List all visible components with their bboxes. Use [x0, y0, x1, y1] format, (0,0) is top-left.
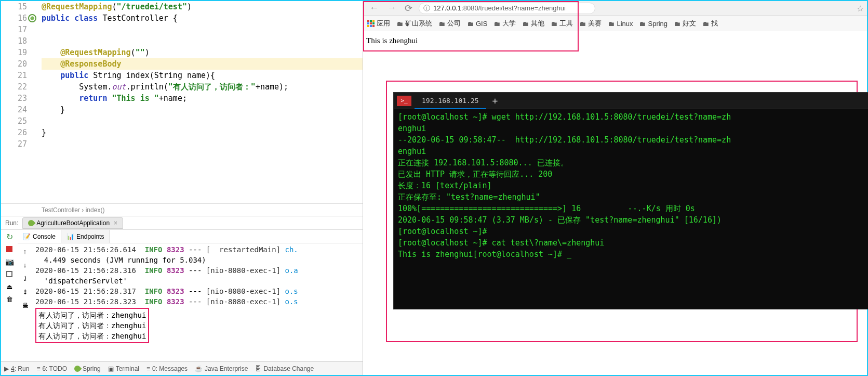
todo-tool[interactable]: ≡ 6: TODO	[36, 365, 67, 372]
bottom-toolbar: ▶ 4: Run ≡ 6: TODO Spring ▣ Terminal ≡ 0…	[1, 361, 363, 375]
bookmark-folder[interactable]: 🖿找	[702, 19, 718, 28]
run-tool[interactable]: ▶ 4: Run	[4, 365, 29, 372]
folder-icon: 🖿	[551, 20, 557, 28]
bookmark-folder[interactable]: 🖿Linux	[608, 20, 633, 28]
gutter-line: 25	[1, 115, 27, 127]
messages-tool[interactable]: ≡ 0: Messages	[146, 365, 188, 372]
gutter-line: 24	[1, 104, 27, 115]
apps-link[interactable]: 应用	[367, 19, 390, 28]
new-tab-icon[interactable]: +	[486, 95, 504, 106]
gutter-line: 19	[1, 47, 27, 58]
gutter-line: 20	[1, 58, 27, 70]
down-icon[interactable]: ↓	[20, 260, 30, 269]
bookmark-folder[interactable]: 🖿美赛	[579, 19, 602, 28]
browser-chrome: ← → ⟳ ⓘ 127.0.0.1:8080/truedei/test?name…	[363, 1, 867, 31]
bookmark-folder[interactable]: 🖿GIS	[467, 20, 487, 28]
run-toolbar: ↻ 📷 ⏏ 🗑	[1, 230, 18, 361]
folder-icon: 🖿	[702, 20, 709, 28]
folder-icon: 🖿	[674, 20, 680, 28]
folder-icon: 🖿	[467, 20, 474, 28]
gutter-line: 18	[1, 35, 27, 47]
bookmark-folder[interactable]: 🖿工具	[551, 19, 573, 28]
rerun-icon[interactable]: ↻	[5, 232, 14, 241]
folder-icon: 🖿	[493, 20, 500, 28]
terminal-output[interactable]: [root@localhost ~]# wget http://192.168.…	[394, 109, 868, 262]
bookmark-star-icon[interactable]: ☆	[857, 4, 864, 14]
line-gutter: 15 16 17 18 19 20 21 22 23 24 25 26 27	[1, 1, 31, 203]
right-panel: ← → ⟳ ⓘ 127.0.0.1:8080/truedei/test?name…	[363, 1, 867, 375]
code-content[interactable]: @RequestMapping("/truedei/test") public …	[31, 1, 363, 203]
highlighted-output: 有人访问了，访问者：zhenghui 有人访问了，访问者：zhenghui 有人…	[35, 308, 149, 343]
bookmark-folder[interactable]: 🖿矿山系统	[396, 19, 432, 28]
javaee-tool[interactable]: ☕ Java Enterprise	[195, 365, 248, 372]
up-icon[interactable]: ↑	[20, 247, 30, 256]
bookmark-bar: 应用 🖿矿山系统 🖿公司 🖿GIS 🖿大学 🖿其他 🖿工具 🖿美赛 🖿Linux…	[363, 16, 867, 31]
back-icon[interactable]: ←	[367, 3, 381, 14]
bookmark-folder[interactable]: 🖿其他	[522, 19, 544, 28]
stop-icon[interactable]	[5, 244, 14, 254]
terminal-titlebar: >_ 192.168.101.25 + ≡ — ☐ ✕	[394, 93, 868, 109]
spring-boot-icon	[27, 218, 36, 227]
delete-icon[interactable]: 🗑	[5, 294, 14, 304]
exit-icon[interactable]: ⏏	[5, 282, 14, 291]
gutter-line: 15	[1, 1, 27, 12]
spring-tool[interactable]: Spring	[74, 365, 101, 372]
bookmark-folder[interactable]: 🖿Spring	[639, 20, 667, 28]
wrap-icon[interactable]: ⤸	[20, 274, 30, 283]
endpoints-tab[interactable]: 📊 Endpoints	[61, 230, 110, 243]
db-tool[interactable]: 🗄 Database Change	[255, 365, 314, 372]
run-label: Run:	[1, 219, 22, 227]
terminal-app-icon: >_	[397, 96, 411, 106]
console-tab[interactable]: 📝 Console	[18, 230, 61, 243]
breadcrumb[interactable]: TestController › index()	[1, 203, 363, 216]
console-toolbar: ↑ ↓ ⤸ ⇟ 🖶	[18, 243, 32, 361]
code-editor[interactable]: 15 16 17 18 19 20 21 22 23 24 25 26 27 @…	[1, 1, 363, 203]
gutter-line: 17	[1, 24, 27, 35]
run-panel: Run: AgricultureBootApplication × ↻ 📷 ⏏ …	[1, 216, 363, 361]
terminal-tool[interactable]: ▣ Terminal	[108, 365, 139, 372]
ide-panel: 15 16 17 18 19 20 21 22 23 24 25 26 27 @…	[1, 1, 363, 375]
close-icon[interactable]: ×	[114, 219, 117, 227]
address-bar[interactable]: ⓘ 127.0.0.1:8080/truedei/test?name=zheng…	[419, 3, 595, 14]
bookmark-folder[interactable]: 🖿公司	[438, 19, 461, 28]
info-icon[interactable]: ⓘ	[423, 4, 430, 13]
page-body-text: This is zhenghui	[366, 36, 418, 45]
folder-icon: 🖿	[579, 20, 586, 28]
gutter-line: 21	[1, 70, 27, 81]
apps-icon	[367, 20, 375, 27]
folder-icon: 🖿	[639, 20, 646, 28]
folder-icon: 🖿	[438, 20, 445, 28]
gutter-line: 16	[1, 12, 27, 24]
reload-icon[interactable]: ⟳	[403, 3, 415, 14]
gutter-line: 22	[1, 81, 27, 93]
gutter-line: 23	[1, 93, 27, 104]
gutter-line: 26	[1, 127, 27, 138]
terminal-window: >_ 192.168.101.25 + ≡ — ☐ ✕ [root@localh…	[393, 92, 868, 309]
folder-icon: 🖿	[608, 20, 615, 28]
print-icon[interactable]: 🖶	[20, 301, 30, 310]
bookmark-folder[interactable]: 🖿好文	[674, 19, 696, 28]
folder-icon: 🖿	[522, 20, 529, 28]
console-output[interactable]: 2020-06-15 21:56:26.614 INFO 8323 --- [ …	[32, 243, 363, 361]
forward-icon[interactable]: →	[385, 3, 398, 14]
folder-icon: 🖿	[396, 20, 403, 28]
scroll-icon[interactable]: ⇟	[20, 287, 30, 296]
spring-icon	[28, 14, 36, 22]
run-tab[interactable]: AgricultureBootApplication ×	[22, 217, 123, 229]
terminal-tab[interactable]: 192.168.101.25	[415, 93, 486, 109]
layout-icon[interactable]	[5, 269, 14, 279]
gutter-line: 27	[1, 138, 27, 150]
bookmark-folder[interactable]: 🖿大学	[493, 19, 516, 28]
dump-icon[interactable]: 📷	[5, 257, 14, 266]
